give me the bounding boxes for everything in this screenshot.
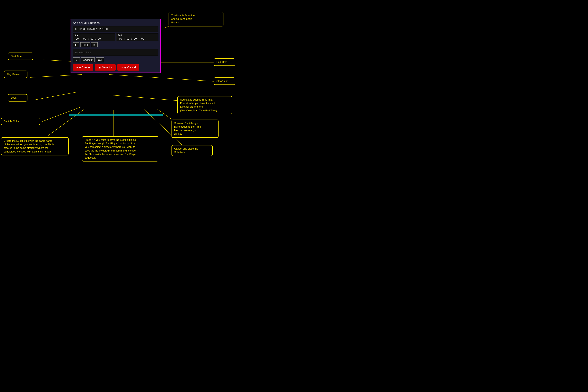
tooltip-subtitle-color-text: Subtitle Color: [4, 120, 19, 123]
tooltip-create-file: Create the Subtitle file with the same n…: [1, 137, 68, 156]
action-row: + + Create ⊞ Save As ⊗ ⊗ Cancel: [73, 64, 158, 70]
end-minutes[interactable]: [125, 37, 131, 40]
tooltip-slow-fast-text: Slow/Fast: [216, 80, 228, 82]
add-text-label: Add text: [83, 58, 92, 61]
end-time-field: End : : .: [116, 33, 158, 41]
end-hours[interactable]: [118, 37, 124, 40]
controls-row: ▶ |◁▷| ≋: [73, 42, 158, 47]
tooltip-slow-fast: Slow/Fast: [214, 78, 235, 85]
save-as-button[interactable]: ⊞ Save As: [95, 64, 116, 70]
start-minutes[interactable]: [82, 37, 88, 40]
save-as-label: Save As: [102, 66, 112, 69]
tooltip-cancel-close-text: Cancel and close the Subtitle box: [174, 147, 198, 154]
svg-line-3: [30, 74, 82, 78]
tooltip-show-subtitles: Show All Subtitles you have added to the…: [172, 120, 218, 138]
tooltip-create-file-text: Create the Subtitle file with the same n…: [4, 139, 54, 153]
create-button[interactable]: + + Create: [73, 64, 93, 70]
svg-line-5: [34, 92, 76, 100]
cc-icon: CC: [98, 58, 102, 61]
start-time-field: Start : : .: [73, 33, 115, 41]
tooltip-add-text-text: Add text to subtitle Time line. Press it…: [180, 98, 217, 112]
tooltip-end-time: End TIme: [214, 58, 235, 66]
tooltip-start-time-text: Start Time: [10, 55, 22, 58]
create-icon: +: [76, 66, 78, 69]
tooltip-add-text: Add text to subtitle Time line. Press it…: [178, 96, 232, 114]
tooltip-show-subtitles-text: Show All Subtitles you have added to the…: [174, 122, 201, 136]
end-time-inputs: : : .: [118, 37, 157, 40]
tooltip-play-pause-text: Play/Pause: [7, 73, 20, 76]
start-label: Start: [74, 34, 114, 37]
create-label: + Create: [79, 66, 90, 69]
add-text-button[interactable]: Add text: [81, 58, 95, 62]
tooltip-total-media-text: Total Media Duration and Current media P…: [171, 14, 195, 24]
tooltip-total-media: Total Media Duration and Current media P…: [168, 12, 224, 26]
time-display: ♫ 00:03:50.32/00:00:01.00: [73, 26, 158, 32]
tooltip-subtitle-color: Subtitle Color: [1, 118, 40, 125]
color-icon: ☺: [75, 58, 78, 61]
music-icon: ♫: [75, 28, 77, 30]
end-ms[interactable]: [140, 37, 146, 40]
save-icon: ⊞: [98, 66, 101, 69]
tooltip-end-time-text: End TIme: [216, 60, 227, 64]
start-hours[interactable]: [74, 37, 80, 40]
end-label: End: [118, 34, 157, 37]
subtitle-text-input[interactable]: [73, 49, 158, 56]
tooltip-seek-text: Seek: [10, 96, 16, 99]
subtitle-dialog: Add or Edit Subtitles ♫ 00:03:50.32/00:0…: [70, 19, 161, 73]
tooltip-save-as: Press it if you want to save the Subtitl…: [82, 136, 158, 162]
start-time-inputs: : : .: [74, 37, 114, 40]
tooltip-cancel-close: Cancel and close the Subtitle box: [172, 145, 213, 156]
start-end-row: Start : : . End : : .: [73, 33, 158, 41]
start-seconds[interactable]: [89, 37, 95, 40]
end-seconds[interactable]: [132, 37, 138, 40]
slow-fast-button[interactable]: ≋: [91, 42, 98, 47]
cancel-button[interactable]: ⊗ ⊗ Cancel: [117, 64, 139, 70]
start-ms[interactable]: [96, 37, 102, 40]
show-subtitles-button[interactable]: CC: [96, 58, 104, 62]
cancel-icon: ⊗: [121, 66, 123, 69]
seek-button[interactable]: |◁▷|: [80, 42, 90, 47]
cancel-label: ⊗ Cancel: [124, 66, 136, 69]
progress-bar: [68, 114, 163, 116]
tooltip-seek: Seek: [8, 94, 28, 102]
icon-row: ☺ Add text CC: [73, 58, 158, 62]
tooltip-start-time: Start Time: [8, 52, 33, 60]
time-display-value: 00:03:50.32/00:00:01.00: [78, 28, 108, 30]
svg-line-4: [109, 74, 214, 81]
tooltip-play-pause: Play/Pause: [4, 70, 28, 78]
color-picker-button[interactable]: ☺: [73, 58, 80, 62]
dialog-title: Add or Edit Subtitles: [73, 21, 158, 24]
tooltip-save-as-text: Press it if you want to save the Subtitl…: [85, 138, 136, 159]
play-pause-button[interactable]: ▶: [73, 42, 79, 47]
